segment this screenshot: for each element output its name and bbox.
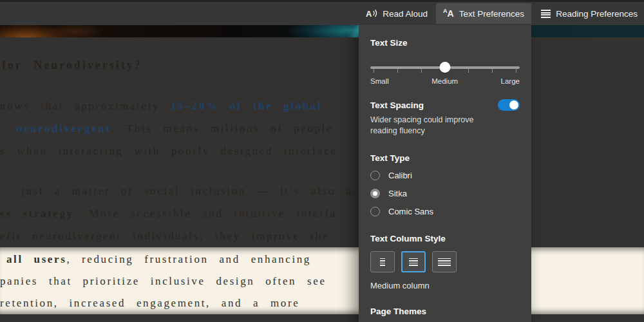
document-link-text: neurodivergent bbox=[16, 122, 111, 135]
text-preferences-button[interactable]: AA Text Preferences bbox=[436, 3, 531, 24]
column-style-caption: Medium column bbox=[370, 281, 520, 290]
slider-label-small: Small bbox=[370, 77, 389, 85]
wide-column-icon bbox=[438, 258, 451, 266]
document-link-text: 15–20% of the global bbox=[171, 100, 322, 112]
radio-icon-selected[interactable] bbox=[370, 189, 380, 198]
document-line: ss strategy. More accessible and intuiti… bbox=[0, 207, 337, 220]
hero-image bbox=[0, 25, 644, 37]
text-type-label: Text Type bbox=[370, 153, 520, 163]
slider-labels: Small Medium Large bbox=[370, 77, 520, 85]
document-line: retention, increased engagement, and a m… bbox=[0, 297, 299, 310]
document-line: just a matter of social inclusion — it’s… bbox=[21, 185, 353, 198]
medium-column-icon bbox=[409, 258, 418, 266]
document-highlight-band: all users, reducing frustration and enha… bbox=[0, 247, 644, 314]
svg-text:A: A bbox=[366, 9, 372, 19]
reader-toolbar: A Read Aloud AA Text Preferences Reading… bbox=[0, 0, 644, 25]
radio-option-comic-sans[interactable]: Comic Sans bbox=[370, 206, 520, 217]
text-size-label: Text Size bbox=[370, 38, 520, 48]
slider-thumb[interactable] bbox=[440, 62, 451, 73]
page-themes-label: Page Themes bbox=[370, 307, 520, 316]
document-line: panies that prioritize inclusive design … bbox=[0, 275, 327, 288]
read-aloud-icon: A bbox=[366, 8, 377, 19]
slider-label-medium: Medium bbox=[431, 77, 458, 85]
text-preferences-label: Text Preferences bbox=[459, 9, 524, 19]
radio-icon[interactable] bbox=[370, 207, 380, 216]
text-size-slider[interactable] bbox=[370, 62, 520, 73]
text-spacing-description: Wider spacing could improve reading flue… bbox=[370, 115, 499, 137]
text-spacing-label: Text Spacing bbox=[370, 100, 424, 110]
column-narrow-button[interactable] bbox=[370, 251, 395, 272]
document-heading: for Neurodiversity? bbox=[2, 59, 142, 72]
text-preferences-panel: Text Size Small Medium Large Text Spacin… bbox=[359, 25, 531, 322]
read-aloud-button[interactable]: A Read Aloud bbox=[359, 3, 434, 24]
column-wide-button[interactable] bbox=[432, 251, 457, 272]
slider-label-large: Large bbox=[501, 77, 520, 85]
column-style-label: Text Column Style bbox=[370, 234, 520, 243]
toggle-knob bbox=[509, 100, 518, 109]
reading-preferences-label: Reading Preferences bbox=[556, 9, 638, 19]
radio-option-calibri[interactable]: Calibri bbox=[370, 170, 520, 181]
text-preferences-icon: AA bbox=[443, 9, 454, 18]
text-spacing-toggle[interactable] bbox=[498, 99, 520, 111]
immersive-reader-window: for Neurodiversity? nows that approximat… bbox=[0, 0, 644, 322]
radio-option-sitka[interactable]: Sitka bbox=[370, 188, 520, 199]
column-medium-button[interactable] bbox=[401, 251, 426, 272]
reading-preferences-icon bbox=[541, 10, 551, 18]
narrow-column-icon bbox=[380, 258, 385, 266]
read-aloud-label: Read Aloud bbox=[383, 9, 428, 19]
document-line: nows that approximately 15–20% of the gl… bbox=[0, 100, 322, 113]
document-line: efit neurodivergent individuals; they im… bbox=[0, 230, 329, 243]
document-line: neurodivergent. This means millions of p… bbox=[16, 122, 333, 135]
radio-icon[interactable] bbox=[370, 171, 380, 180]
reading-preferences-button[interactable]: Reading Preferences bbox=[535, 3, 644, 24]
document-line: s when interacting with poorly designed … bbox=[0, 145, 337, 158]
document-line: all users, reducing frustration and enha… bbox=[6, 253, 311, 266]
